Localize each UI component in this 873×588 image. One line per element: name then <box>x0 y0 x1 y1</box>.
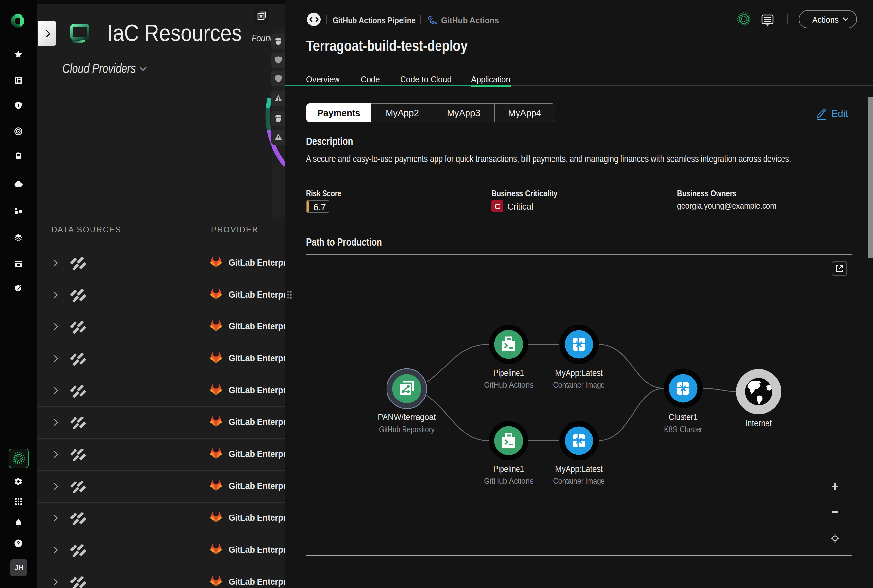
svg-text:?: ? <box>16 541 20 546</box>
